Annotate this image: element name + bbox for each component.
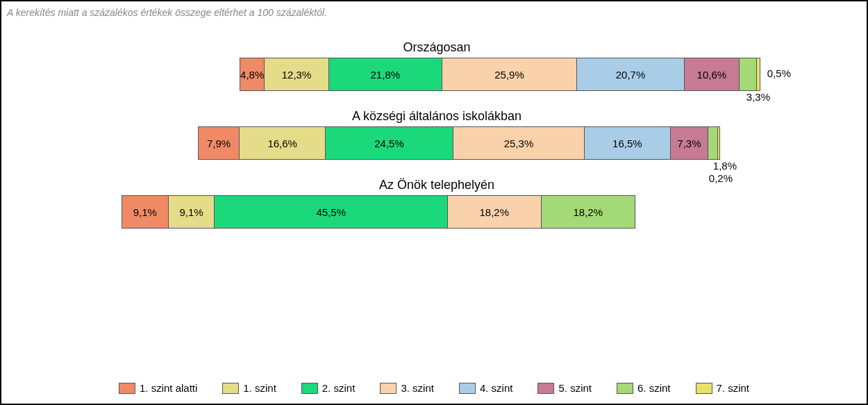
stacked-bar: 7,9%16,6%24,5%25,3%16,5%7,3%	[198, 126, 720, 160]
chart-row: Országosan4,8%12,3%21,8%25,9%20,7%10,6%0…	[7, 40, 867, 90]
rounding-note: A kerekítés miatt a százalékos értékek ö…	[7, 7, 867, 18]
segment-label: 10,6%	[697, 69, 727, 81]
bar-segment: 9,1%	[122, 196, 169, 228]
segment-label: 16,6%	[267, 138, 297, 149]
legend-item: 1. szint alatti	[119, 382, 197, 394]
legend-swatch	[617, 383, 633, 394]
legend-label: 7. szint	[717, 382, 750, 394]
external-label: 3,3%	[746, 91, 770, 103]
external-label: 0,5%	[767, 67, 791, 79]
legend-swatch	[380, 383, 397, 394]
legend-swatch	[537, 383, 554, 394]
legend-label: 4. szint	[480, 382, 513, 394]
legend-item: 6. szint	[617, 382, 671, 394]
bar-segment: 12,3%	[265, 58, 328, 90]
bar-wrap: 7,9%16,6%24,5%25,3%16,5%7,3%1,8%0,2%	[198, 126, 720, 158]
legend-swatch	[459, 383, 476, 394]
chart-row-title: Országosan	[403, 40, 470, 55]
segment-label: 7,9%	[207, 138, 231, 149]
bar-segment: 4,8%	[240, 58, 265, 90]
bar-segment: 16,5%	[585, 127, 670, 159]
bar-segment: 45,5%	[215, 196, 448, 228]
legend-item: 4. szint	[459, 382, 513, 394]
stacked-bar: 4,8%12,3%21,8%25,9%20,7%10,6%	[240, 58, 760, 91]
bar-segment: 25,9%	[442, 58, 577, 90]
bar-wrap: 9,1%9,1%45,5%18,2%18,2%	[122, 195, 635, 227]
bar-segment: 18,2%	[542, 196, 635, 228]
segment-label: 16,5%	[612, 138, 642, 149]
legend-item: 2. szint	[301, 382, 356, 394]
charts-area: Országosan4,8%12,3%21,8%25,9%20,7%10,6%0…	[7, 40, 867, 227]
legend-label: 1. szint alatti	[140, 382, 197, 394]
legend-item: 5. szint	[537, 382, 592, 394]
legend-label: 3. szint	[401, 382, 434, 394]
bar-segment	[708, 127, 717, 159]
bar-wrap: 4,8%12,3%21,8%25,9%20,7%10,6%0,5%3,3%	[240, 58, 760, 90]
legend-label: 5. szint	[558, 382, 592, 394]
segment-label: 20,7%	[616, 69, 646, 81]
legend-swatch	[119, 383, 135, 394]
legend-item: 7. szint	[696, 382, 750, 394]
segment-label: 24,5%	[374, 138, 404, 149]
external-label: 0,2%	[709, 172, 733, 184]
legend-swatch	[222, 383, 239, 394]
legend: 1. szint alatti1. szint2. szint3. szint4…	[1, 382, 867, 394]
segment-label: 25,9%	[494, 69, 524, 81]
bar-segment	[740, 58, 757, 90]
bar-segment: 16,6%	[240, 127, 326, 159]
stacked-bar: 9,1%9,1%45,5%18,2%18,2%	[122, 195, 635, 229]
segment-label: 9,1%	[133, 206, 157, 218]
segment-label: 21,8%	[371, 69, 401, 81]
legend-item: 3. szint	[380, 382, 434, 394]
legend-label: 2. szint	[322, 382, 356, 394]
segment-label: 7,3%	[677, 138, 701, 149]
legend-swatch	[301, 383, 318, 394]
bar-segment: 18,2%	[448, 196, 541, 228]
bar-segment: 10,6%	[685, 58, 740, 90]
segment-label: 4,8%	[240, 69, 264, 81]
segment-label: 18,2%	[573, 206, 603, 218]
chart-row-title: Az Önök telephelyén	[379, 178, 494, 192]
segment-label: 12,3%	[282, 69, 312, 81]
legend-label: 6. szint	[637, 382, 671, 394]
chart-row: A községi általános iskolákban7,9%16,6%2…	[7, 109, 867, 158]
legend-swatch	[696, 383, 712, 394]
segment-label: 9,1%	[179, 206, 203, 218]
bar-segment: 9,1%	[169, 196, 215, 228]
bar-segment: 25,3%	[453, 127, 585, 159]
segment-label: 25,3%	[504, 138, 534, 149]
bar-segment	[757, 58, 760, 90]
segment-label: 45,5%	[316, 206, 346, 218]
chart-frame: A kerekítés miatt a százalékos értékek ö…	[0, 0, 868, 405]
bar-segment: 21,8%	[329, 58, 442, 90]
chart-row-title: A községi általános iskolákban	[352, 109, 521, 124]
legend-label: 1. szint	[243, 382, 276, 394]
legend-item: 1. szint	[222, 382, 276, 394]
bar-segment	[718, 127, 719, 159]
segment-label: 18,2%	[480, 206, 510, 218]
bar-segment: 7,9%	[199, 127, 240, 159]
bar-segment: 7,3%	[671, 127, 709, 159]
external-label: 1,8%	[713, 160, 737, 172]
chart-row: Az Önök telephelyén9,1%9,1%45,5%18,2%18,…	[7, 178, 867, 227]
bar-segment: 24,5%	[326, 127, 453, 159]
bar-segment: 20,7%	[577, 58, 685, 90]
